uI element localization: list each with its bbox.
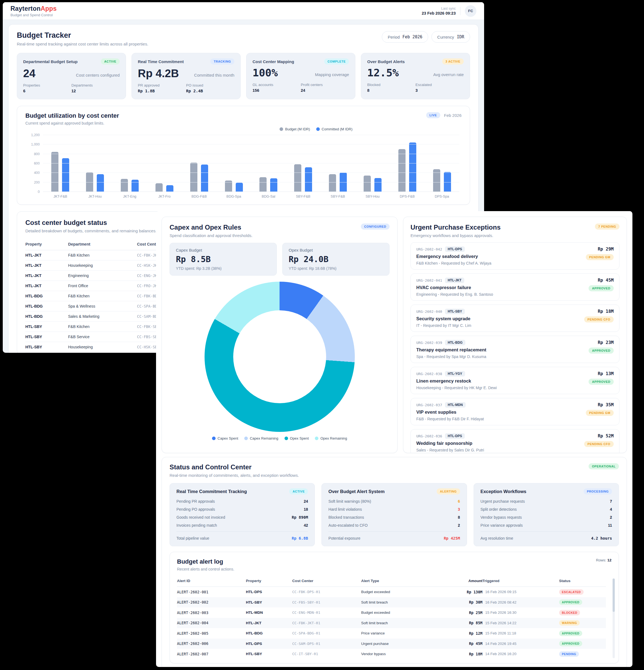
alert-log-subtitle: Recent alerts and control actions. (177, 567, 234, 571)
urgent-item-detail: F&B Kitchen - Requested by Chef A. Wijay… (416, 261, 491, 265)
donut-legend-item[interactable]: Capex Remaining (244, 436, 278, 440)
y-axis-tick: 400 (34, 171, 40, 175)
control-panels-row: Real Time Commitment TrackingACTIVEPendi… (170, 483, 619, 546)
chart-period: Feb 2026 (444, 113, 461, 118)
brand-accent: Apps (40, 5, 56, 12)
last-sync: Last sync 23 Feb 2026 09:23 (422, 6, 456, 15)
property-chip: HTL-JKT (445, 278, 464, 283)
last-sync-label: Last sync (422, 6, 456, 11)
panel-metric-row: Pending PO approvals18 (176, 505, 308, 513)
panel-divider (481, 531, 612, 532)
cell-amount: Rp 30M (457, 600, 483, 604)
donut-legend-item[interactable]: Capex Spent (212, 436, 238, 440)
urgent-item-title: Security system upgrade (416, 316, 471, 321)
urgent-status-badge: PENDING CFO (584, 317, 614, 322)
property-chip: HTL-MDN (445, 402, 465, 407)
urgent-item[interactable]: URG-2602-041HTL-JKTHVAC compressor failu… (410, 273, 619, 301)
y-axis-tick: 800 (34, 152, 40, 156)
bar-budget (260, 177, 266, 192)
urgent-exceptions-panel: Urgent Purchase Exceptions Emergency wor… (403, 217, 627, 453)
alert-row: ALERT-2602-004HTL-JKTCC-FBK-JKT-01Soft l… (177, 618, 606, 628)
donut-legend-label: Opex Remaining (320, 436, 347, 440)
urgent-item-detail: Spa - Requested by Spa Mgr D. Kusuma (416, 354, 486, 359)
panel-status-badge: PROCESSING (583, 488, 612, 494)
operational-badge: OPERATIONAL (589, 463, 619, 469)
legend-dot-icon (285, 437, 288, 440)
budget-box-value: Rp 8.5B (176, 254, 271, 264)
cell-status: BLOCKED (559, 610, 606, 615)
y-axis-tick: 0 (38, 190, 40, 194)
cell-department: F&B Kitchen (68, 324, 137, 329)
scrollbar-thumb[interactable] (613, 578, 615, 612)
panel-divider (176, 531, 308, 532)
stat-value: 24 (23, 67, 36, 79)
capex-opex-panel: Capex and Opex Rules Spend classificatio… (161, 217, 397, 453)
x-axis-label: JKT-Hou (78, 195, 113, 199)
panel-metric-row: Hard limit violations3 (328, 505, 460, 513)
x-axis-label: BDG-Spa (216, 195, 251, 199)
donut-legend-item[interactable]: Opex Remaining (315, 436, 347, 440)
stat-sub: GL accounts156 (252, 83, 301, 93)
cell-amount: Rp 85M (457, 621, 483, 625)
status-control-panel: Status and Control Center Real-time moni… (161, 457, 627, 667)
cell-alert-id: ALERT-2602-005 (177, 631, 246, 635)
stat-sub-label: Properties (23, 83, 71, 88)
donut-legend-item[interactable]: Opex Spent (285, 436, 309, 440)
period-label: Period (387, 35, 399, 39)
urgent-status-badge: PENDING CFO (584, 441, 614, 447)
column-header: Alert Type (361, 579, 457, 583)
panel-metric-row: Blocked transactions8 (328, 513, 460, 521)
stat-sub: Escalated3 (416, 83, 464, 93)
panel-metric-row: Soft limit warnings (80%)6 (328, 497, 460, 505)
currency-select[interactable]: Currency IDR (432, 31, 470, 43)
stat-sub: Properties6 (23, 83, 71, 93)
stat-value: 100% (252, 67, 278, 79)
urgent-item[interactable]: URG-2602-038HTL-YGYLinen emergency resto… (410, 367, 619, 394)
cell-cost-center: CC-FBS-SBY-01 (292, 600, 361, 604)
legend-item[interactable]: Committed (M IDR) (316, 127, 353, 131)
bar-budget (294, 164, 301, 192)
metric-label: Pending PR approvals (176, 499, 215, 504)
period-select[interactable]: Period Feb 2026 (382, 31, 428, 43)
bar-group (294, 164, 312, 192)
column-header: Cost Center (292, 579, 361, 583)
stat-label: Over Budget Alerts (367, 59, 405, 64)
stat-value: 12.5% (367, 67, 399, 79)
urgent-item[interactable]: URG-2602-039HTL-BDGTherapy equipment rep… (410, 336, 619, 363)
panel-metric-row: Urgent purchase requests7 (481, 497, 612, 505)
urgent-item-title: HVAC compressor failure (416, 285, 493, 290)
urgent-item[interactable]: URG-2602-042HTL-DPSEmergency seafood del… (410, 242, 619, 270)
control-panel: Exception WorkflowsPROCESSINGUrgent purc… (474, 483, 619, 546)
cell-alert-id: ALERT-2602-003 (177, 611, 246, 615)
cell-property: HTL-BDG (25, 314, 68, 319)
total-label: Total pipeline value (176, 536, 209, 540)
cell-property: HTL-BDG (246, 631, 292, 635)
stat-sub-value: 6 (23, 89, 71, 93)
bar-budget (364, 176, 371, 192)
x-axis-label: SBY-F&B (286, 195, 320, 199)
stat-status-badge: ACTIVE (101, 58, 120, 65)
cell-triggered: 15 Feb 2026 11:18 (483, 631, 559, 635)
legend-dot-icon (212, 437, 215, 440)
stat-sub-value: 8 (367, 88, 416, 93)
capex-budget-boxes: Capex BudgetRp 8.5BYTD spent: Rp 3.2B (3… (170, 243, 390, 276)
donut-legend: Capex SpentCapex RemainingOpex SpentOpex… (170, 436, 390, 440)
urgent-item-amount: Rp 13M (598, 371, 614, 376)
budget-box-note: YTD spent: Rp 3.2B (38%) (176, 266, 271, 271)
bar-committed (305, 167, 312, 192)
stat-sub: PO issuedRp 2.4B (186, 83, 234, 93)
urgent-item[interactable]: URG-2602-040HTL-SBYSecurity system upgra… (410, 305, 619, 332)
urgent-item[interactable]: URG-2602-036HTL-DPSWedding fair sponsors… (410, 429, 619, 453)
bar-committed (97, 174, 104, 192)
stat-sub-label: GL accounts (252, 83, 301, 87)
urgent-item[interactable]: URG-2602-037HTL-MDNVIP event suppliesF&B… (410, 398, 619, 425)
urgent-item-detail: IT - Requested by IT Mgr C. Lim (416, 323, 471, 328)
stat-sub-value: 12 (71, 89, 120, 93)
stat-status-badge: COMPLETE (324, 58, 349, 65)
table-scrollbar (613, 578, 615, 658)
legend-item[interactable]: Budget (M IDR) (279, 127, 310, 131)
user-avatar[interactable]: FC (465, 5, 476, 17)
cell-alert-id: ALERT-2602-001 (177, 590, 246, 594)
bar-budget (121, 179, 128, 192)
y-axis-tick: 600 (34, 161, 40, 165)
